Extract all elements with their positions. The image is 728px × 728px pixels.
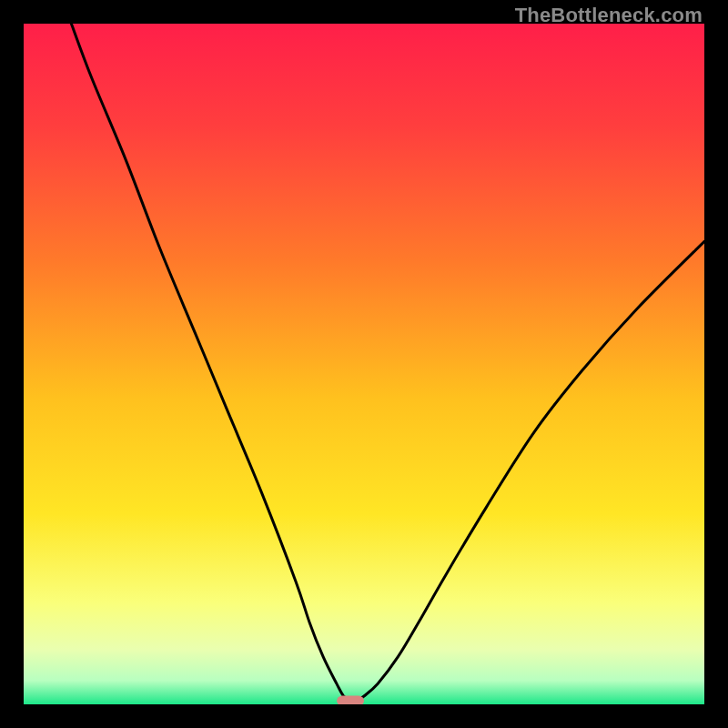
optimal-marker — [337, 696, 364, 704]
bottleneck-chart — [24, 24, 704, 704]
chart-frame: TheBottleneck.com — [0, 0, 728, 728]
plot-area — [24, 24, 704, 704]
gradient-background — [24, 24, 704, 704]
